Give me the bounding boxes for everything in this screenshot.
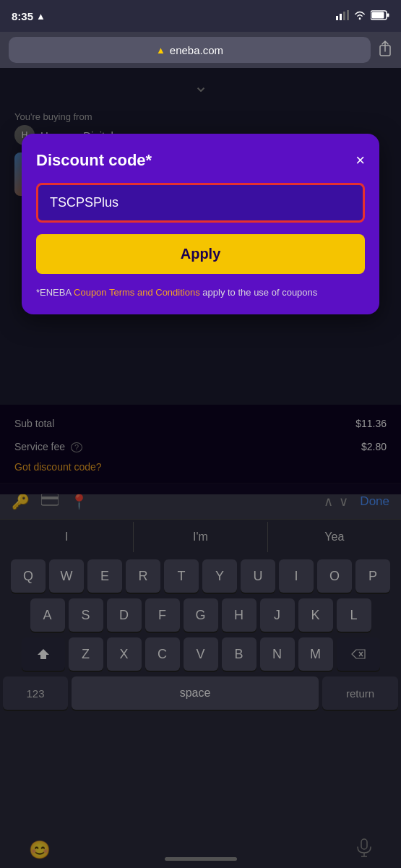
svg-rect-1 <box>340 14 342 20</box>
close-button[interactable]: × <box>355 152 365 168</box>
share-icon[interactable] <box>378 40 392 61</box>
status-right <box>336 10 389 22</box>
time-display: 8:35 <box>12 10 33 22</box>
discount-modal: Discount code* × Apply *ENEBA Coupon Ter… <box>22 134 379 314</box>
battery-icon <box>371 10 389 22</box>
signal-icon <box>336 10 349 22</box>
url-bar[interactable]: ▲ eneba.com <box>9 37 371 63</box>
modal-header: Discount code* × <box>36 151 365 170</box>
location-icon: ▲ <box>36 11 46 22</box>
modal-title: Discount code* <box>36 151 152 170</box>
browser-bar: ▲ eneba.com <box>0 32 401 68</box>
svg-rect-7 <box>387 13 389 17</box>
svg-rect-6 <box>372 12 384 18</box>
wifi-icon <box>353 10 366 22</box>
terms-text: *ENEBA Coupon Terms and Conditions apply… <box>36 285 365 300</box>
apply-button[interactable]: Apply <box>36 234 365 274</box>
svg-rect-3 <box>347 10 349 20</box>
terms-link[interactable]: Coupon Terms and Conditions <box>74 287 200 298</box>
svg-rect-2 <box>343 12 345 20</box>
status-left: 8:35 ▲ <box>12 10 46 22</box>
svg-point-4 <box>359 17 361 20</box>
url-text: eneba.com <box>170 44 223 56</box>
status-bar: 8:35 ▲ <box>0 0 401 32</box>
terms-prefix: *ENEBA <box>36 287 74 298</box>
svg-rect-0 <box>336 16 338 20</box>
discount-code-input[interactable] <box>36 183 365 223</box>
warning-icon: ▲ <box>156 45 165 56</box>
terms-suffix: apply to the use of coupons <box>200 287 318 298</box>
